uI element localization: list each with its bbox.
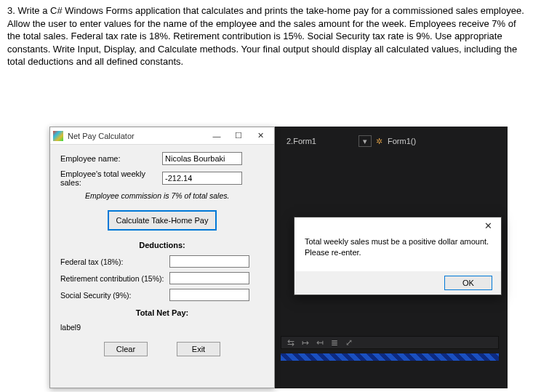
employee-sales-label: Employee's total weekly sales:: [60, 169, 162, 187]
ide-tabstrip: 2.Form1 ▾ ✲ Form1(): [281, 134, 416, 148]
employee-name-input[interactable]: [162, 152, 242, 165]
ide-progress-strip: [281, 353, 499, 361]
net-pay-calculator-window: Net Pay Calculator — ☐ ✕ Employee name: …: [49, 127, 275, 388]
error-message-box: ✕ Total weekly sales must be a positive …: [294, 217, 502, 295]
commission-hint: Employee commission is 7% of total sales…: [85, 191, 264, 200]
window-title: Net Pay Calculator: [68, 132, 206, 140]
minimize-button[interactable]: —: [206, 129, 228, 143]
ide-bottom-toolbar: ⇆ ↦ ↤ ≣ ⤢: [281, 336, 499, 349]
ide-member-form10[interactable]: ✲ Form1(): [376, 137, 416, 145]
ide-member-label: Form1(): [388, 137, 416, 145]
employee-sales-input[interactable]: [162, 172, 242, 185]
msgbox-line1: Total weekly sales must be a positive do…: [305, 236, 491, 247]
total-net-pay-label: Total Net Pay:: [60, 308, 264, 317]
employee-name-label: Employee name:: [60, 154, 162, 163]
clear-button[interactable]: Clear: [104, 342, 148, 356]
calculate-button[interactable]: Calculate Take-Home Pay: [108, 210, 217, 231]
maximize-button[interactable]: ☐: [228, 129, 249, 143]
problem-statement: 3. Write a C# Windows Forms application …: [0, 0, 533, 71]
msgbox-body: Total weekly sales must be a positive do…: [294, 233, 501, 258]
ide-bottom-area: ⇆ ↦ ↤ ≣ ⤢: [281, 336, 499, 377]
msgbox-titlebar: ✕: [294, 217, 501, 233]
msgbox-footer: OK: [294, 271, 501, 295]
screenshot-area: 2.Form1 ▾ ✲ Form1() Net Pay Calculator —…: [49, 127, 508, 388]
msgbox-ok-button[interactable]: OK: [444, 276, 492, 290]
label9-placeholder: label9: [60, 323, 264, 332]
app-icon: [53, 131, 63, 141]
toolbar-icon[interactable]: ≣: [331, 337, 338, 348]
msgbox-close-button[interactable]: ✕: [479, 220, 497, 231]
federal-tax-label: Federal tax (18%):: [60, 257, 169, 266]
deductions-heading: Deductions:: [60, 241, 264, 249]
social-security-output: [169, 289, 249, 301]
toolbar-icon[interactable]: ⇆: [287, 337, 294, 348]
gear-icon: ✲: [376, 137, 385, 145]
ide-tab-form1[interactable]: 2.Form1: [281, 135, 322, 147]
toolbar-icon[interactable]: ⤢: [345, 337, 353, 348]
retirement-output: [169, 272, 249, 284]
close-button[interactable]: ✕: [249, 129, 271, 143]
ide-combo-dropdown[interactable]: ▾: [358, 135, 372, 147]
toolbar-icon[interactable]: ↦: [302, 337, 309, 348]
federal-tax-output: [169, 255, 249, 268]
exit-button[interactable]: Exit: [177, 342, 220, 356]
retirement-label: Retirement contribution (15%):: [60, 274, 169, 283]
toolbar-icon[interactable]: ↤: [316, 337, 324, 348]
titlebar: Net Pay Calculator — ☐ ✕: [50, 127, 274, 145]
msgbox-line2: Please re-enter.: [305, 247, 491, 258]
social-security-label: Social Security (9%):: [60, 291, 169, 300]
